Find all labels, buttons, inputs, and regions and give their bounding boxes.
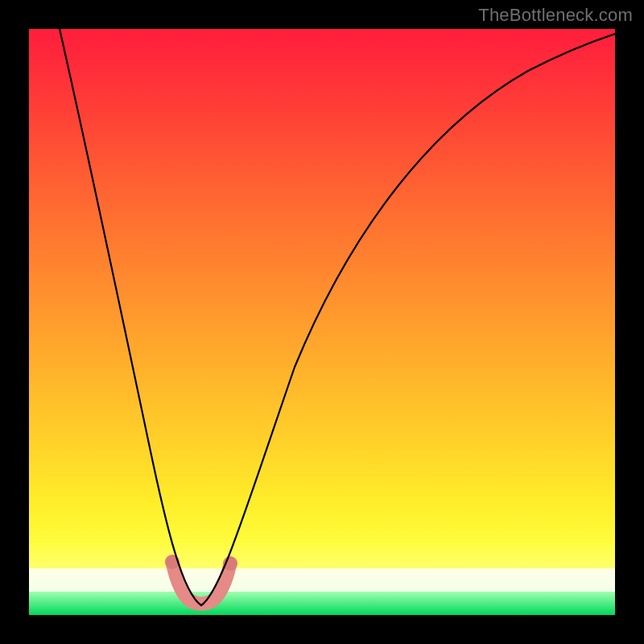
chart-svg bbox=[29, 29, 615, 615]
bottleneck-curve bbox=[60, 29, 615, 605]
plot-area bbox=[29, 29, 615, 615]
chart-frame: TheBottleneck.com bbox=[0, 0, 644, 644]
watermark-label: TheBottleneck.com bbox=[478, 5, 633, 26]
